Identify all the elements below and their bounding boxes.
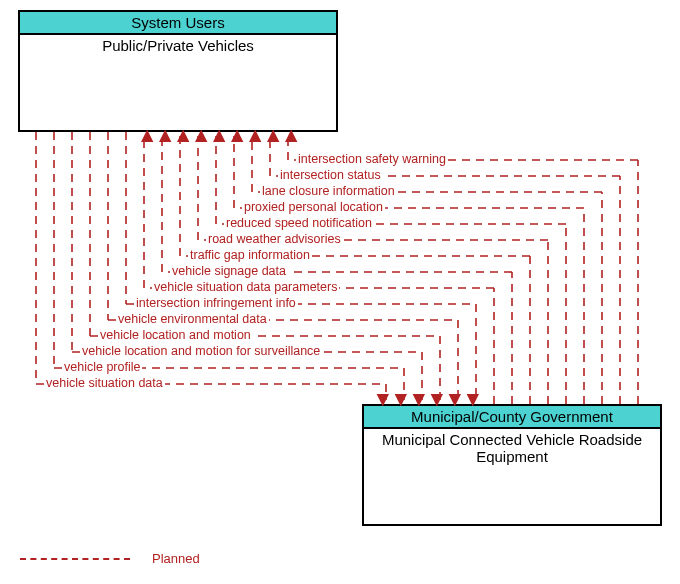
flow-to-top-7: vehicle signage data	[170, 264, 288, 278]
flow-to-bottom-5: vehicle situation data	[44, 376, 165, 390]
legend: Planned	[20, 551, 200, 566]
flow-to-top-5: road weather advisories	[206, 232, 343, 246]
system-users-body: Public/Private Vehicles	[20, 35, 336, 56]
flow-to-bottom-0: intersection infringement info	[134, 296, 298, 310]
gov-body: Municipal Connected Vehicle Roadside Equ…	[364, 429, 660, 467]
flow-to-top-0: intersection safety warning	[296, 152, 448, 166]
flow-to-bottom-1: vehicle environmental data	[116, 312, 269, 326]
flow-to-top-4: reduced speed notification	[224, 216, 374, 230]
flow-to-top-1: intersection status	[278, 168, 383, 182]
flow-to-top-2: lane closure information	[260, 184, 397, 198]
system-users-header: System Users	[20, 12, 336, 35]
legend-text-planned: Planned	[152, 551, 200, 566]
flow-to-bottom-4: vehicle profile	[62, 360, 142, 374]
flow-to-bottom-3: vehicle location and motion for surveill…	[80, 344, 322, 358]
flow-to-top-8: vehicle situation data parameters	[152, 280, 339, 294]
flow-to-top-6: traffic gap information	[188, 248, 312, 262]
gov-box: Municipal/County Government Municipal Co…	[362, 404, 662, 526]
system-users-box: System Users Public/Private Vehicles	[18, 10, 338, 132]
legend-line-planned	[20, 558, 130, 560]
flow-to-bottom-2: vehicle location and motion	[98, 328, 253, 342]
flow-to-top-3: proxied personal location	[242, 200, 385, 214]
gov-header: Municipal/County Government	[364, 406, 660, 429]
